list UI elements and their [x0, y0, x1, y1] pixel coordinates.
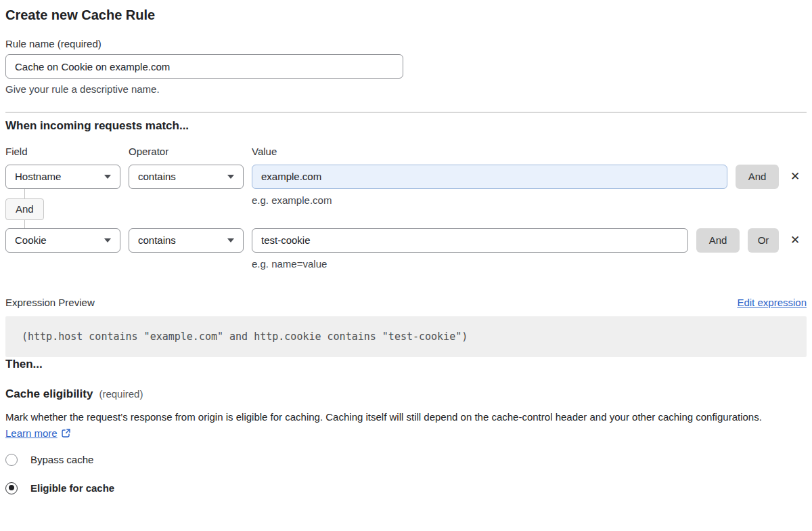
- operator-select-0[interactable]: contains: [129, 165, 244, 189]
- field-column-label: Field: [5, 145, 129, 158]
- radio-button-icon: [5, 454, 18, 466]
- connector-and-button[interactable]: And: [5, 198, 44, 220]
- condition-connector-area: And e.g. example.com: [5, 189, 807, 228]
- expression-preview-label: Expression Preview: [5, 297, 95, 309]
- condition-value-input-0[interactable]: [252, 165, 727, 189]
- condition-value-hint-1: e.g. name=value: [252, 258, 807, 270]
- create-cache-rule-page: Create new Cache Rule Rule name (require…: [0, 0, 812, 494]
- radio-option-0[interactable]: Bypass cache: [5, 454, 807, 466]
- then-section-heading: Then...: [5, 357, 807, 372]
- description-text: Mark whether the request’s response from…: [5, 411, 762, 423]
- condition-value-input-1[interactable]: [252, 228, 688, 253]
- field-select-0[interactable]: Hostname: [5, 165, 120, 189]
- connector-line-bottom: [24, 220, 25, 228]
- expression-preview-header: Expression Preview Edit expression: [5, 297, 807, 309]
- chevron-down-icon: [104, 175, 111, 179]
- operator-column-label: Operator: [129, 145, 252, 158]
- learn-more-link[interactable]: Learn more: [5, 427, 58, 439]
- add-and-condition-button-1[interactable]: And: [696, 228, 740, 253]
- condition-column-labels: Field Operator Value: [5, 145, 807, 158]
- remove-condition-button-0[interactable]: ✕: [785, 167, 805, 187]
- radio-option-label: Eligible for cache: [30, 482, 114, 494]
- page-title: Create new Cache Rule: [5, 5, 807, 24]
- operator-select-1[interactable]: contains: [129, 228, 244, 253]
- close-icon: ✕: [790, 170, 800, 183]
- cache-eligibility-header: Cache eligibility (required): [5, 387, 807, 402]
- radio-option-1[interactable]: Eligible for cache: [5, 482, 807, 494]
- rule-name-help: Give your rule a descriptive name.: [5, 83, 807, 95]
- chevron-down-icon: [104, 238, 111, 242]
- radio-option-label: Bypass cache: [30, 454, 93, 466]
- add-and-condition-button-0[interactable]: And: [736, 165, 779, 189]
- expression-preview-code: (http.host contains "example.com" and ht…: [5, 316, 807, 357]
- cache-eligibility-heading: Cache eligibility: [5, 387, 93, 402]
- edit-expression-link[interactable]: Edit expression: [737, 297, 807, 309]
- condition-row-0: Hostname contains And ✕: [5, 165, 807, 189]
- condition-value-hint-0: e.g. example.com: [252, 194, 332, 207]
- close-icon: ✕: [790, 234, 800, 247]
- operator-select-1-value: contains: [138, 234, 176, 246]
- condition-row-1: Cookie contains And Or ✕: [5, 228, 807, 253]
- remove-condition-button-1[interactable]: ✕: [785, 230, 805, 251]
- operator-select-0-value: contains: [138, 171, 176, 182]
- rule-name-input[interactable]: [5, 54, 403, 79]
- field-select-1-value: Cookie: [15, 234, 47, 246]
- field-select-1[interactable]: Cookie: [5, 228, 120, 253]
- cache-eligibility-description: Mark whether the request’s response from…: [5, 409, 785, 443]
- section-divider: [5, 112, 807, 113]
- match-section-heading: When incoming requests match...: [5, 119, 807, 133]
- chevron-down-icon: [227, 175, 234, 179]
- value-column-label: Value: [252, 145, 277, 158]
- required-note: (required): [99, 387, 143, 402]
- radio-button-icon: [5, 482, 18, 494]
- field-select-0-value: Hostname: [15, 171, 61, 182]
- external-link-icon: [61, 427, 71, 443]
- connector-line-top: [24, 189, 25, 198]
- rule-name-label: Rule name (required): [5, 37, 807, 51]
- chevron-down-icon: [227, 238, 234, 242]
- add-or-condition-button-1[interactable]: Or: [748, 228, 779, 253]
